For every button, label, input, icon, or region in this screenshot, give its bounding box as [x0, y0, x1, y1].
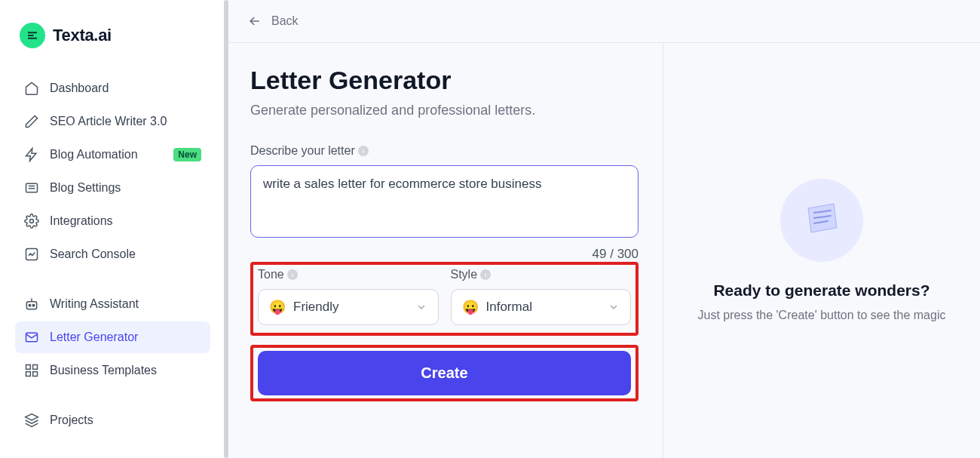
brand-name: Texta.ai	[53, 26, 112, 45]
form-pane: Letter Generator Generate personalized a…	[226, 43, 663, 458]
preview-pane: Ready to generate wonders? Just press th…	[663, 43, 980, 458]
logo-icon	[20, 23, 45, 48]
pencil-icon	[24, 114, 39, 129]
svg-rect-8	[33, 365, 38, 370]
sidebar: Texta.ai Dashboard SEO Article Writer 3.…	[0, 0, 226, 458]
svg-rect-14	[292, 275, 292, 277]
home-icon	[24, 81, 39, 96]
back-label: Back	[271, 14, 299, 28]
sidebar-item-label: Blog Settings	[50, 181, 201, 195]
preview-illustration	[780, 179, 863, 262]
svg-point-11	[363, 149, 363, 150]
sidebar-item-projects[interactable]: Projects	[15, 404, 210, 436]
arrow-left-icon	[247, 14, 262, 29]
nav-group-3: Projects	[15, 404, 210, 436]
content: Letter Generator Generate personalized a…	[226, 43, 980, 458]
gear-icon	[24, 214, 39, 229]
style-value: Informal	[486, 300, 532, 315]
chevron-down-icon	[608, 301, 620, 313]
topbar: Back	[226, 0, 980, 43]
sidebar-item-label: Business Templates	[50, 364, 201, 377]
sidebar-item-seo-writer[interactable]: SEO Article Writer 3.0	[15, 106, 210, 137]
preview-title: Ready to generate wonders?	[713, 281, 929, 300]
sidebar-item-label: Dashboard	[50, 81, 201, 95]
back-button[interactable]: Back	[247, 14, 299, 29]
highlight-tone-style: Tone 😛 Friendly Style	[250, 262, 639, 336]
lines-icon	[24, 180, 39, 195]
nav-group-1: Dashboard SEO Article Writer 3.0 Blog Au…	[15, 72, 210, 270]
mail-icon	[24, 330, 39, 345]
sidebar-item-label: Writing Assistant	[50, 297, 201, 311]
char-counter: 49 / 300	[250, 247, 639, 262]
sidebar-item-business-templates[interactable]: Business Templates	[15, 355, 210, 386]
sidebar-item-letter-generator[interactable]: Letter Generator	[15, 321, 210, 353]
tone-value: Friendly	[293, 300, 338, 315]
highlight-create: Create	[250, 345, 639, 401]
svg-point-13	[292, 273, 292, 274]
main-area: Back Letter Generator Generate personali…	[226, 0, 980, 458]
create-button[interactable]: Create	[258, 351, 631, 395]
sidebar-item-search-console[interactable]: Search Console	[15, 238, 210, 270]
sidebar-item-label: Search Console	[50, 247, 201, 261]
svg-rect-10	[33, 372, 38, 377]
sidebar-item-writing-assistant[interactable]: Writing Assistant	[15, 288, 210, 320]
sidebar-item-label: Blog Automation	[50, 148, 167, 161]
emoji-icon: 😛	[462, 299, 479, 315]
bolt-icon	[24, 147, 39, 162]
sidebar-item-blog-automation[interactable]: Blog Automation New	[15, 139, 210, 171]
describe-label: Describe your letter	[250, 144, 639, 158]
nav-group-2: Writing Assistant Letter Generator Busin…	[15, 288, 210, 386]
info-icon[interactable]	[358, 146, 369, 156]
sidebar-item-integrations[interactable]: Integrations	[15, 205, 210, 237]
svg-point-15	[485, 273, 485, 274]
chart-icon	[24, 247, 39, 262]
page-title: Letter Generator	[250, 66, 639, 95]
describe-input[interactable]	[250, 165, 639, 238]
page-subtitle: Generate personalized and professional l…	[250, 103, 639, 118]
info-icon[interactable]	[287, 269, 298, 280]
svg-point-1	[30, 220, 34, 223]
preview-subtitle: Just press the 'Create' button to see th…	[698, 309, 946, 322]
svg-rect-7	[26, 365, 31, 370]
svg-point-4	[29, 304, 31, 306]
svg-rect-3	[26, 302, 36, 309]
svg-rect-9	[26, 372, 31, 377]
tone-select[interactable]: 😛 Friendly	[258, 289, 439, 325]
chevron-down-icon	[415, 301, 427, 313]
sidebar-item-label: SEO Article Writer 3.0	[50, 115, 201, 128]
sidebar-item-dashboard[interactable]: Dashboard	[15, 72, 210, 104]
style-select[interactable]: 😛 Informal	[451, 289, 632, 325]
sidebar-item-label: Letter Generator	[50, 330, 201, 344]
layers-icon	[24, 413, 39, 428]
svg-rect-12	[363, 151, 363, 153]
svg-rect-0	[26, 183, 38, 192]
svg-point-5	[32, 304, 35, 306]
tone-label: Tone	[258, 268, 439, 281]
style-label: Style	[451, 268, 632, 281]
grid-icon	[24, 363, 39, 378]
sidebar-item-label: Integrations	[50, 214, 201, 228]
info-icon[interactable]	[480, 269, 491, 280]
bot-icon	[24, 297, 39, 312]
logo[interactable]: Texta.ai	[15, 23, 210, 48]
emoji-icon: 😛	[269, 299, 286, 315]
svg-rect-16	[485, 275, 485, 277]
sidebar-item-blog-settings[interactable]: Blog Settings	[15, 172, 210, 204]
new-badge: New	[173, 148, 201, 161]
sidebar-item-label: Projects	[50, 413, 201, 427]
